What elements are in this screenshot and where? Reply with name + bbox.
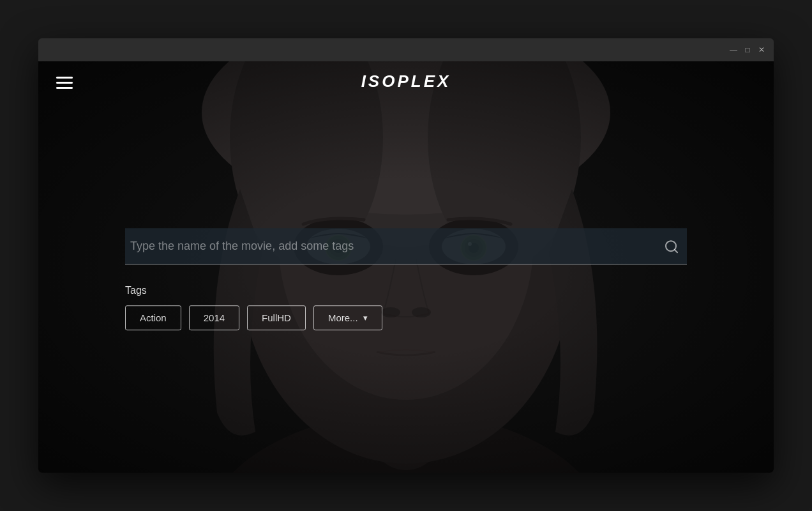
hamburger-line-2 <box>56 82 73 84</box>
app-window: — □ ✕ <box>38 38 774 473</box>
hamburger-line-3 <box>56 87 73 89</box>
tags-label: Tags <box>125 285 687 296</box>
tag-action[interactable]: Action <box>125 305 181 330</box>
tag-fullhd[interactable]: FullHD <box>247 305 306 330</box>
minimize-button[interactable]: — <box>729 45 738 54</box>
search-icon <box>664 239 679 254</box>
search-area: Tags Action 2014 FullHD More... ▾ <box>125 228 687 330</box>
search-button[interactable] <box>664 239 679 254</box>
tag-more-button[interactable]: More... ▾ <box>313 305 382 330</box>
window-controls: — □ ✕ <box>729 45 766 54</box>
search-input[interactable] <box>125 228 687 264</box>
tag-2014[interactable]: 2014 <box>189 305 239 330</box>
tag-more-label: More... <box>328 312 358 323</box>
search-bar-container <box>125 228 687 264</box>
hamburger-menu-button[interactable] <box>56 77 73 89</box>
title-bar: — □ ✕ <box>38 38 774 61</box>
tags-row: Action 2014 FullHD More... ▾ <box>125 305 687 330</box>
hamburger-line-1 <box>56 77 73 79</box>
tags-section: Tags Action 2014 FullHD More... ▾ <box>125 285 687 330</box>
app-logo: ISOPLEX <box>361 72 451 91</box>
svg-line-28 <box>675 249 677 252</box>
close-button[interactable]: ✕ <box>757 45 766 54</box>
chevron-down-icon: ▾ <box>363 313 368 323</box>
main-content: ISOPLEX Tags Action 2014 F <box>38 61 774 473</box>
maximize-button[interactable]: □ <box>743 45 752 54</box>
